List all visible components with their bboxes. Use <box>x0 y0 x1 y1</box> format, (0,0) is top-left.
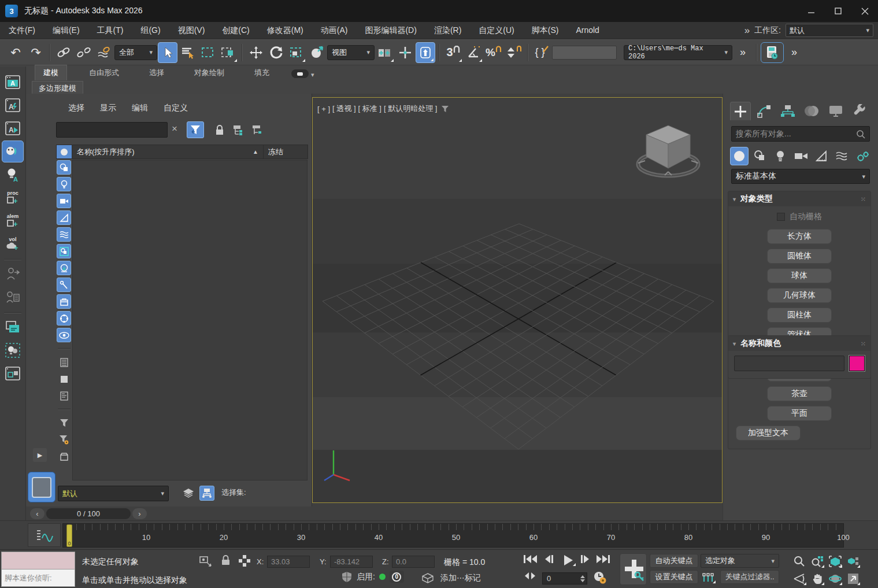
column-visibility-icon[interactable] <box>57 145 72 158</box>
ribbon-minimize-icon[interactable] <box>291 69 309 78</box>
cameras-category-icon[interactable] <box>792 147 810 165</box>
create-tab[interactable] <box>730 102 751 120</box>
key-target-dropdown[interactable]: 选定对象 ▾ <box>701 554 779 568</box>
selection-set-basket-icon[interactable] <box>57 449 71 464</box>
time-slider-marker[interactable]: 0 <box>66 524 72 547</box>
display-bones-toggle-icon[interactable] <box>57 278 71 292</box>
select-by-name-button[interactable] <box>178 42 198 63</box>
display-cameras-toggle-icon[interactable] <box>57 194 71 208</box>
select-and-scale-button[interactable] <box>287 42 306 63</box>
selection-filter-dropdown[interactable]: 全部 ▾ <box>114 45 157 60</box>
explorer-flat-view-icon[interactable] <box>248 121 265 138</box>
snaps-toggle[interactable]: 3 <box>443 42 463 63</box>
isolate-selection-icon[interactable] <box>199 555 213 568</box>
next-frame-button[interactable] <box>580 554 591 564</box>
explorer-object-list[interactable] <box>72 160 308 480</box>
mirror-button[interactable] <box>416 42 435 63</box>
go-to-start-button[interactable] <box>523 554 538 564</box>
marker-cube-icon[interactable] <box>422 573 434 583</box>
maximize-button[interactable] <box>825 0 851 22</box>
toolbar-overflow2-icon[interactable]: » <box>784 42 804 63</box>
use-pivot-point-button[interactable] <box>375 42 395 63</box>
shield-icon[interactable] <box>341 571 353 583</box>
autogrid-checkbox[interactable] <box>777 213 785 221</box>
orbit-icon[interactable] <box>827 571 843 586</box>
menu-animation[interactable]: 动画(A) <box>312 22 357 39</box>
arnold-volume-icon[interactable]: vol+ <box>2 233 24 255</box>
cone-button[interactable]: 圆锥体 <box>767 249 832 264</box>
arnold-select-lights-icon[interactable] <box>2 339 24 361</box>
motion-tab[interactable] <box>802 102 823 120</box>
geosphere-button[interactable]: 几何球体 <box>767 288 832 303</box>
x-coordinate-field[interactable]: 33.03 <box>267 556 310 568</box>
enable-count-badge[interactable]: 0 <box>390 571 404 583</box>
ribbon-tab-modeling[interactable]: 建模 <box>35 65 67 80</box>
lights-category-icon[interactable] <box>772 147 790 165</box>
view-cube[interactable] <box>632 115 707 184</box>
ribbon-tab-populate[interactable]: 填充 <box>246 65 277 80</box>
viewport-perspective[interactable]: [ + ] [ 透视 ] [ 标准 ] [ 默认明暗处理 ] <box>312 97 723 503</box>
hierarchy-explorer-icon[interactable] <box>199 486 214 501</box>
explorer-preset-dropdown[interactable]: 默认 ▾ <box>58 486 169 501</box>
explorer-menu-display[interactable]: 显示 <box>100 103 116 113</box>
pan-hand-icon[interactable] <box>809 571 825 586</box>
menu-views[interactable]: 视图(V) <box>169 22 214 39</box>
collapse-all-icon[interactable] <box>57 372 71 386</box>
viewport-render-menu[interactable]: [ 标准 ] <box>358 103 381 114</box>
close-button[interactable] <box>851 0 878 22</box>
zoom-all-icon[interactable] <box>809 553 825 569</box>
menu-customize[interactable]: 自定义(U) <box>470 22 523 39</box>
cylinder-button[interactable]: 圆柱体 <box>767 308 832 323</box>
object-search-input[interactable]: 搜索所有对象... <box>731 126 870 142</box>
arnold-alembic-icon[interactable]: alem+ <box>2 210 24 232</box>
explorer-menu-select[interactable]: 选择 <box>68 103 84 113</box>
filter-settings-icon[interactable] <box>57 432 71 447</box>
menu-group[interactable]: 组(G) <box>132 22 169 39</box>
subcategory-dropdown[interactable]: 标准基本体 ▾ <box>731 169 870 184</box>
menu-create[interactable]: 创建(C) <box>213 22 258 39</box>
time-configuration-icon[interactable] <box>593 571 607 585</box>
menu-modifiers[interactable]: 修改器(M) <box>258 22 312 39</box>
auto-key-button[interactable]: 自动关键点 <box>650 554 698 568</box>
hierarchy-tab[interactable] <box>777 102 798 120</box>
rectangular-selection-region-button[interactable] <box>198 42 218 63</box>
menu-tools[interactable]: 工具(T) <box>88 22 132 39</box>
select-link-icon[interactable] <box>54 42 73 63</box>
open-mini-curve-editor-icon[interactable] <box>28 523 61 547</box>
shapes-category-icon[interactable] <box>751 147 769 165</box>
symmetry-tool-button[interactable] <box>395 42 415 63</box>
plane-button[interactable]: 平面 <box>767 406 832 421</box>
arnold-renderview-window-icon[interactable]: A <box>2 71 24 93</box>
ribbon-tab-object-paint[interactable]: 对象绘制 <box>186 65 232 80</box>
modify-tab[interactable] <box>754 102 775 120</box>
listener-macro-pane[interactable] <box>2 552 75 569</box>
select-and-move-button[interactable] <box>246 42 266 63</box>
display-lights-toggle-icon[interactable] <box>57 177 71 191</box>
expand-all-icon[interactable] <box>57 355 71 369</box>
explorer-menu-customize[interactable]: 自定义 <box>164 103 188 113</box>
maximize-viewport-icon[interactable] <box>844 571 861 586</box>
undo-icon[interactable]: ↶ <box>6 42 25 63</box>
display-hidden-toggle-icon[interactable] <box>57 328 71 342</box>
previous-frame-button[interactable] <box>543 554 555 564</box>
play-button[interactable] <box>560 553 577 567</box>
panel-expand-icon[interactable]: ▶ <box>33 448 47 462</box>
project-folder-dropdown[interactable]: C:\Users\me⋯ds Max 2026 ▾ <box>624 45 732 60</box>
app-icon[interactable]: 3 <box>5 5 18 17</box>
sphere-button[interactable]: 球体 <box>767 268 832 283</box>
go-to-end-button[interactable] <box>596 554 611 564</box>
utilities-tab[interactable] <box>849 102 870 120</box>
arnold-character-export-icon[interactable] <box>2 263 24 285</box>
chevron-down-icon[interactable]: ▾ <box>311 71 314 79</box>
angle-snap-toggle[interactable] <box>464 42 483 63</box>
display-materials-toggle-icon[interactable] <box>57 311 71 326</box>
explorer-lock-icon[interactable] <box>211 121 228 138</box>
add-marker-label[interactable]: 添加⋯标记 <box>440 573 481 583</box>
column-name[interactable]: 名称(按升序排序) ▲ <box>72 145 263 158</box>
arnold-character-list-icon[interactable] <box>2 286 24 308</box>
spinner-snap-toggle[interactable] <box>504 42 524 63</box>
timeline-ruler[interactable]: 102030405060708090100 0 <box>62 523 844 548</box>
teapot-button[interactable]: 茶壶 <box>767 386 832 401</box>
layer-explorer-icon[interactable] <box>181 486 196 501</box>
filter-icon[interactable] <box>57 416 71 430</box>
